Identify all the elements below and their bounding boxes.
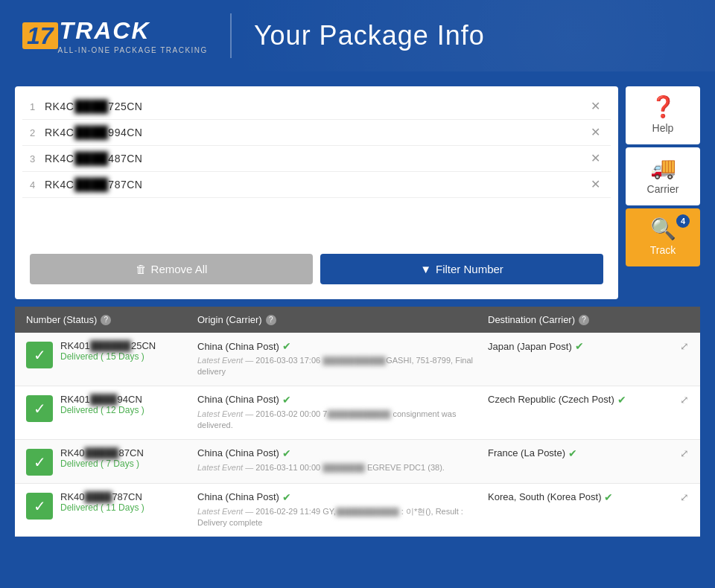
tracking-input-2b[interactable]: [108, 127, 588, 138]
col-header-number: Number (Status) ?: [26, 314, 190, 325]
col-dest-label: Destination (Carrier): [488, 314, 575, 325]
delivered-badge-3: ✓: [26, 449, 53, 476]
dest-country-3: France (La Poste): [488, 447, 565, 458]
origin-carrier-3: China (China Post) ✔: [197, 447, 480, 459]
dest-country-2: Czech Republic (Czech Post): [488, 394, 614, 405]
dest-carrier-2: Czech Republic (Czech Post) ✔: [488, 394, 626, 406]
action-buttons: 🗑 Remove All ▼ Filter Number: [22, 243, 611, 292]
search-icon: 🔍: [650, 219, 676, 240]
dest-country-4: Korea, South (Korea Post): [488, 491, 601, 502]
clear-btn-2[interactable]: ✕: [588, 127, 603, 138]
remove-all-button[interactable]: 🗑 Remove All: [30, 254, 313, 284]
track-label: Track: [650, 244, 676, 256]
number-info-icon[interactable]: ?: [101, 315, 111, 325]
help-label: Help: [652, 122, 674, 134]
tracking-number-1: RK401██████25CN: [60, 340, 156, 351]
origin-cell-2: China (China Post) ✔ Latest Event — 2016…: [197, 394, 480, 432]
status-cell-4: ✓ RK40████787CN Delivered ( 11 Days ): [26, 491, 190, 520]
tracking-input-3b[interactable]: [108, 153, 588, 164]
logo-number: 17: [22, 22, 58, 49]
origin-info-icon[interactable]: ?: [266, 315, 276, 325]
origin-verified-icon-4: ✔: [282, 491, 291, 503]
origin-country-4: China (China Post): [197, 491, 279, 502]
origin-verified-icon-2: ✔: [282, 394, 291, 406]
tracking-input-3[interactable]: [45, 153, 74, 164]
dest-row-1: Japan (Japan Post) ✔ ⤢: [488, 340, 689, 352]
col-header-origin: Origin (Carrier) ?: [197, 314, 480, 325]
logo-subtitle: ALL-IN-ONE PACKAGE TRACKING: [58, 46, 208, 54]
truck-icon: 🚚: [650, 158, 676, 179]
tracking-blur-2: ████: [74, 126, 108, 139]
clear-btn-3[interactable]: ✕: [588, 153, 603, 164]
expand-icon-1[interactable]: ⤢: [680, 340, 689, 352]
tracking-blur-3: ████: [74, 152, 108, 165]
origin-verified-icon-3: ✔: [282, 447, 291, 459]
carrier-button[interactable]: 🚚 Carrier: [626, 147, 700, 205]
tracking-info-2: RK401████94CN Delivered ( 12 Days ): [60, 394, 144, 415]
origin-carrier-4: China (China Post) ✔: [197, 491, 480, 503]
dest-verified-icon-4: ✔: [604, 491, 613, 503]
latest-event-3: Latest Event — 2016-03-11 00:00 ████████…: [197, 462, 480, 473]
tracking-number-4: RK40████787CN: [60, 491, 144, 502]
latest-event-1: Latest Event — 2016-03-03 17:06 ████████…: [197, 355, 480, 378]
origin-cell-3: China (China Post) ✔ Latest Event — 2016…: [197, 447, 480, 473]
status-cell-2: ✓ RK401████94CN Delivered ( 12 Days ): [26, 394, 190, 422]
tracking-info-4: RK40████787CN Delivered ( 11 Days ): [60, 491, 144, 513]
dest-row-4: Korea, South (Korea Post) ✔ ⤢: [488, 491, 689, 503]
tracking-blur-1: ████: [74, 100, 108, 113]
dest-carrier-3: France (La Poste) ✔: [488, 447, 577, 459]
dest-cell-1: Japan (Japan Post) ✔ ⤢: [488, 340, 689, 352]
delivered-badge-4: ✓: [26, 493, 53, 520]
expand-icon-4[interactable]: ⤢: [680, 491, 689, 503]
help-button[interactable]: ❓ Help: [626, 86, 700, 144]
dest-row-2: Czech Republic (Czech Post) ✔ ⤢: [488, 394, 689, 406]
row-num-2: 2: [30, 127, 45, 138]
page-title: Your Package Info: [254, 20, 485, 51]
tracking-input-4b[interactable]: [108, 179, 588, 191]
logo-area: 17 TRACK ALL-IN-ONE PACKAGE TRACKING: [22, 17, 208, 54]
filter-icon: ▼: [420, 263, 431, 275]
track-button[interactable]: 4 🔍 Track: [626, 208, 700, 266]
delivered-status-1: Delivered ( 15 Days ): [60, 351, 156, 362]
input-panel: 1 ████ ✕ 2 ████ ✕ 3 ████ ✕ 4 ████: [15, 86, 618, 299]
logo-track: TRACK: [60, 17, 208, 45]
help-icon: ❓: [650, 97, 676, 118]
delivered-status-2: Delivered ( 12 Days ): [60, 405, 144, 415]
table-row: ✓ RK401██████25CN Delivered ( 15 Days ) …: [15, 333, 700, 386]
delivered-status-4: Delivered ( 11 Days ): [60, 502, 144, 513]
expand-icon-3[interactable]: ⤢: [680, 447, 689, 459]
filter-label: Filter Number: [436, 263, 503, 275]
dest-info-icon[interactable]: ?: [579, 315, 589, 325]
row-num-3: 3: [30, 153, 45, 164]
delivered-status-3: Delivered ( 7 Days ): [60, 458, 144, 469]
dest-verified-icon-3: ✔: [568, 447, 577, 459]
status-cell-3: ✓ RK40█████87CN Delivered ( 7 Days ): [26, 447, 190, 476]
row-num-1: 1: [30, 101, 45, 112]
dest-carrier-4: Korea, South (Korea Post) ✔: [488, 491, 613, 503]
side-buttons: ❓ Help 🚚 Carrier 4 🔍 Track: [626, 86, 700, 299]
tracking-input-2[interactable]: [45, 127, 74, 138]
logo-text-wrap: TRACK ALL-IN-ONE PACKAGE TRACKING: [58, 17, 208, 54]
clear-btn-4[interactable]: ✕: [588, 179, 603, 191]
main-content: 1 ████ ✕ 2 ████ ✕ 3 ████ ✕ 4 ████: [0, 71, 715, 299]
table-row: ✓ RK40████787CN Delivered ( 11 Days ) Ch…: [15, 484, 700, 537]
tracking-blur-4: ████: [74, 178, 108, 191]
dest-cell-2: Czech Republic (Czech Post) ✔ ⤢: [488, 394, 689, 406]
origin-carrier-2: China (China Post) ✔: [197, 394, 480, 406]
tracking-number-3: RK40█████87CN: [60, 447, 144, 458]
tracking-input-1[interactable]: [45, 100, 74, 112]
origin-cell-1: China (China Post) ✔ Latest Event — 2016…: [197, 340, 480, 378]
header: 17 TRACK ALL-IN-ONE PACKAGE TRACKING You…: [0, 0, 715, 71]
tracking-input-4[interactable]: [45, 179, 74, 191]
expand-icon-2[interactable]: ⤢: [680, 394, 689, 406]
col-header-destination: Destination (Carrier) ?: [488, 314, 689, 325]
clear-btn-1[interactable]: ✕: [588, 100, 603, 112]
remove-all-label: Remove All: [151, 263, 208, 275]
origin-country-3: China (China Post): [197, 447, 279, 458]
tracking-input-1b[interactable]: [108, 100, 588, 112]
dest-verified-icon-1: ✔: [575, 340, 584, 352]
filter-number-button[interactable]: ▼ Filter Number: [320, 254, 603, 284]
table-row: ✓ RK40█████87CN Delivered ( 7 Days ) Chi…: [15, 440, 700, 484]
origin-country-1: China (China Post): [197, 341, 279, 352]
col-origin-label: Origin (Carrier): [197, 314, 262, 325]
